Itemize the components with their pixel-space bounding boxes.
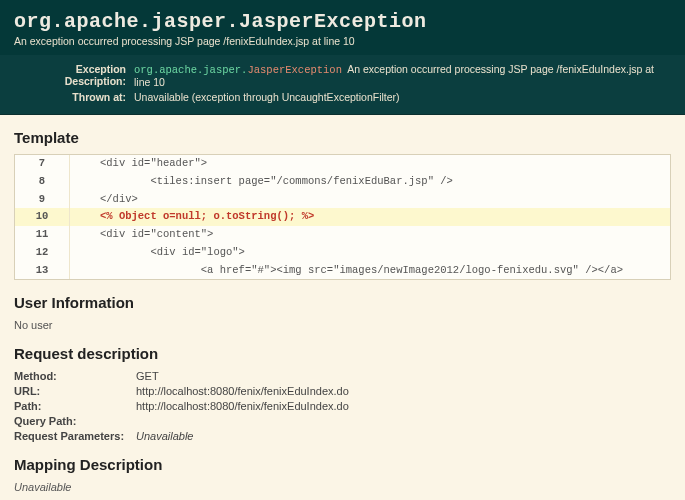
template-line: 7<div id="header">	[15, 155, 670, 173]
code-text: <% Object o=null; o.toString(); %>	[70, 208, 320, 226]
mapping-desc-heading: Mapping Description	[14, 456, 671, 473]
code-text: <tiles:insert page="/commons/fenixEduBar…	[70, 173, 459, 191]
title-package: org.apache.jasper.	[14, 10, 239, 33]
query-key: Query Path:	[14, 415, 136, 427]
code-text: <div id="logo">	[70, 244, 251, 262]
desc-class: JasperException	[247, 64, 342, 76]
user-info-heading: User Information	[14, 294, 671, 311]
params-val: Unavailable	[136, 430, 671, 442]
path-val: http://localhost:8080/fenix/fenixEduInde…	[136, 400, 671, 412]
template-line: 12 <div id="logo">	[15, 244, 670, 262]
line-number: 9	[15, 191, 70, 209]
code-text: <a href="#"><img src="images/newImage201…	[70, 262, 629, 280]
code-text: <div id="header">	[70, 155, 213, 173]
url-val: http://localhost:8080/fenix/fenixEduInde…	[136, 385, 671, 397]
desc-label: Exception Description:	[14, 63, 134, 88]
exception-meta: Exception Description: org.apache.jasper…	[0, 55, 685, 115]
template-code-box: 7<div id="header">8 <tiles:insert page="…	[14, 154, 671, 280]
template-heading: Template	[14, 129, 671, 146]
line-number: 10	[15, 208, 70, 226]
url-key: URL:	[14, 385, 136, 397]
desc-package: org.apache.jasper.	[134, 64, 247, 76]
error-header: org.apache.jasper.JasperException An exc…	[0, 0, 685, 55]
template-line: 10<% Object o=null; o.toString(); %>	[15, 208, 670, 226]
desc-value: org.apache.jasper.JasperException An exc…	[134, 63, 671, 88]
template-line: 9</div>	[15, 191, 670, 209]
exception-subtitle: An exception occurred processing JSP pag…	[14, 35, 671, 47]
mapping-text: Unavailable	[14, 481, 671, 493]
params-key: Request Parameters:	[14, 430, 136, 442]
method-val: GET	[136, 370, 671, 382]
path-key: Path:	[14, 400, 136, 412]
query-val	[136, 415, 671, 427]
code-text: </div>	[70, 191, 144, 209]
line-number: 7	[15, 155, 70, 173]
user-info-text: No user	[14, 319, 671, 331]
line-number: 8	[15, 173, 70, 191]
method-key: Method:	[14, 370, 136, 382]
title-class: JasperException	[239, 10, 427, 33]
thrown-label: Thrown at:	[14, 91, 134, 103]
template-line: 8 <tiles:insert page="/commons/fenixEduB…	[15, 173, 670, 191]
content-area: Template 7<div id="header">8 <tiles:inse…	[0, 115, 685, 500]
exception-title: org.apache.jasper.JasperException	[14, 10, 671, 33]
request-desc-heading: Request description	[14, 345, 671, 362]
line-number: 13	[15, 262, 70, 280]
template-line: 11<div id="content">	[15, 226, 670, 244]
template-line: 13 <a href="#"><img src="images/newImage…	[15, 262, 670, 280]
thrown-value: Unavailable (exception through UncaughtE…	[134, 91, 671, 103]
line-number: 12	[15, 244, 70, 262]
line-number: 11	[15, 226, 70, 244]
request-table: Method:GET URL:http://localhost:8080/fen…	[14, 370, 671, 442]
code-text: <div id="content">	[70, 226, 219, 244]
